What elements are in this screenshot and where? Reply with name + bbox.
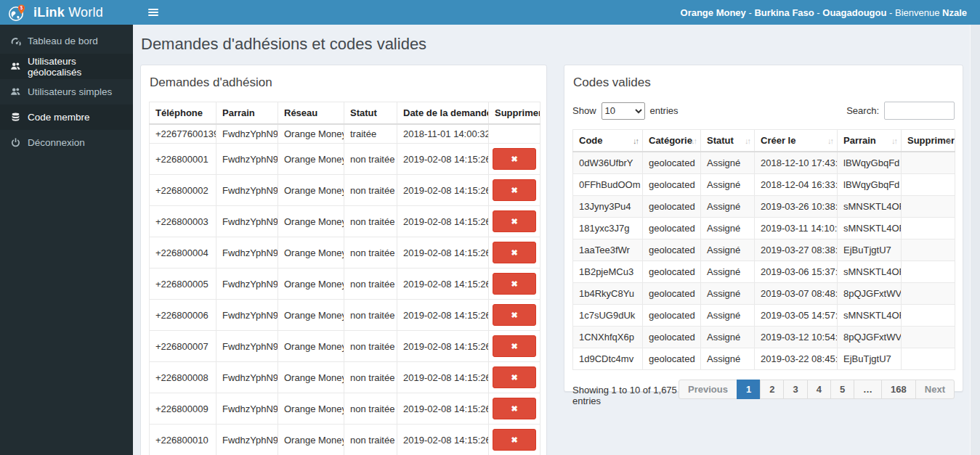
scrollbar[interactable] <box>970 25 980 455</box>
delete-button[interactable]: ✖ <box>493 148 536 170</box>
adhesions-column-header: Date de la demande <box>397 102 489 125</box>
page-button-2[interactable]: 2 <box>760 380 784 399</box>
parrain-cell: FwdhzYphN9 <box>216 300 278 331</box>
times-icon: ✖ <box>511 217 517 226</box>
statut-cell: Assigné <box>701 327 755 348</box>
column-label: Code <box>579 135 603 146</box>
sidebar-item-tableau-de-bord[interactable]: Tableau de bord <box>0 28 133 54</box>
creer-le-cell: 2019-03-06 15:37:34 <box>755 261 838 283</box>
sort-icon: ↓↑ <box>827 136 833 145</box>
search-label: Search: <box>846 105 879 116</box>
delete-cell: ✖ <box>489 331 540 362</box>
parrain-cell: FwdhzYphN9 <box>216 124 278 144</box>
page-button-3[interactable]: 3 <box>783 380 807 399</box>
delete-button[interactable]: ✖ <box>493 335 536 357</box>
page-button-previous[interactable]: Previous <box>679 380 737 399</box>
creer-le-cell: 2019-03-26 10:38:08 <box>755 196 838 218</box>
statut-cell: non traitée <box>344 237 397 269</box>
codes-panel: Codes valides Show 10 entries Search: Co… <box>564 65 963 392</box>
delete-button[interactable]: ✖ <box>493 210 536 232</box>
adhesions-header-row: TéléphoneParrainRéseauStatutDate de la d… <box>150 102 540 125</box>
statut-cell: non traitée <box>344 331 397 362</box>
codes-header-row: Code↓↑Catégorie↓↑Statut↓↑Créer le↓↑Parra… <box>573 130 955 152</box>
delete-button[interactable]: ✖ <box>493 304 536 326</box>
delete-cell: ✖ <box>489 393 540 425</box>
code-row: 0dW36UfbrYgeolocatedAssigné2018-12-10 17… <box>573 152 955 174</box>
adhesion-row: +226800009FwdhzYphN9Orange Moneynon trai… <box>150 393 540 425</box>
codes-column-header-statut[interactable]: Statut↓↑ <box>701 130 755 152</box>
delete-cell: ✖ <box>489 425 540 455</box>
reseau-cell: Orange Money <box>278 206 344 237</box>
delete-button[interactable]: ✖ <box>493 179 536 201</box>
parrain-cell: FwdhzYphN9 <box>216 393 278 425</box>
parrain-cell: EjBuTjgtU7 <box>838 239 902 261</box>
delete-button[interactable]: ✖ <box>493 429 536 451</box>
codes-column-header-parrain[interactable]: Parrain↓↑ <box>838 130 902 152</box>
delete-button[interactable]: ✖ <box>493 398 536 419</box>
brand[interactable]: $ iLink World <box>0 0 133 25</box>
statut-cell: non traitée <box>344 206 397 237</box>
categorie-cell: geolocated <box>643 239 701 261</box>
statut-cell: non traitée <box>344 362 397 393</box>
page-button-5[interactable]: 5 <box>830 380 854 399</box>
phone-cell: +226800001 <box>150 144 216 175</box>
date-cell: 2019-02-08 14:15:26 <box>397 362 489 393</box>
codes-column-header-cr-er-le[interactable]: Créer le↓↑ <box>755 130 838 152</box>
code-row: 1d9CDtc4mvgeolocatedAssigné2019-03-22 08… <box>573 348 955 370</box>
delete-button[interactable]: ✖ <box>493 273 536 295</box>
page-button-168[interactable]: 168 <box>881 380 916 399</box>
sidebar-item-utilisateurs-simples[interactable]: Utilisateurs simples <box>0 79 133 104</box>
page-size-select[interactable]: 10 <box>602 102 645 120</box>
sort-icon: ↓↑ <box>691 136 696 145</box>
code-cell: 1B2pjeMCu3 <box>573 261 643 283</box>
categorie-cell: geolocated <box>643 261 701 283</box>
hamburger-icon[interactable] <box>138 0 169 25</box>
sort-icon: ↓↑ <box>945 136 950 145</box>
country-name: Burkina Faso <box>754 7 814 18</box>
date-cell: 2019-02-08 14:15:26 <box>397 237 489 269</box>
delete-button[interactable]: ✖ <box>493 242 536 263</box>
page-size-control: Show 10 entries <box>572 102 679 120</box>
page-button--[interactable]: … <box>854 380 882 399</box>
codes-column-header-code[interactable]: Code↓↑ <box>573 130 643 152</box>
date-cell: 2019-02-08 14:15:26 <box>397 269 489 300</box>
sidebar-item-code-membre[interactable]: Code membre <box>0 104 133 130</box>
phone-cell: +226800007 <box>150 331 216 362</box>
phone-cell: +226800009 <box>150 393 216 425</box>
code-cell: 1c7sUG9dUk <box>573 305 643 327</box>
phone-cell: +226800002 <box>150 175 216 206</box>
statut-cell: Assigné <box>701 152 755 174</box>
categorie-cell: geolocated <box>643 196 701 218</box>
code-row: 1CNXhfqX6pgeolocatedAssigné2019-03-12 10… <box>573 327 955 348</box>
sidebar-item-deconnexion[interactable]: Déconnexion <box>0 130 133 155</box>
page-button-next[interactable]: Next <box>915 380 955 399</box>
statut-cell: non traitée <box>344 300 397 331</box>
code-cell: 1CNXhfqX6p <box>573 327 643 348</box>
sidebar: Tableau de bordUtilisateurs géolocalisés… <box>0 25 133 455</box>
page-button-4[interactable]: 4 <box>807 380 831 399</box>
code-cell: 1d9CDtc4mv <box>573 348 643 370</box>
creer-le-cell: 2018-12-10 17:43:11 <box>755 152 838 174</box>
phone-cell: +226800006 <box>150 300 216 331</box>
svg-text:$: $ <box>20 5 23 11</box>
sidebar-item-utilisateurs-geolocalises[interactable]: Utilisateurs géolocalisés <box>0 54 133 79</box>
supprimer-cell <box>902 239 955 261</box>
parrain-cell: FwdhzYphN9 <box>216 206 278 237</box>
page-button-1[interactable]: 1 <box>737 380 761 399</box>
codes-column-header-supprimer[interactable]: Supprimer↓↑ <box>902 130 955 152</box>
parrain-cell: 8pQJGFxtWV <box>838 283 902 305</box>
parrain-cell: FwdhzYphN9 <box>216 331 278 362</box>
supprimer-cell <box>902 283 955 305</box>
code-row: 1b4RkyC8YugeolocatedAssigné2019-03-07 08… <box>573 283 955 305</box>
creer-le-cell: 2019-03-05 14:57:46 <box>755 305 838 327</box>
code-cell: 13Jyny3Pu4 <box>573 196 643 218</box>
code-cell: 1b4RkyC8Yu <box>573 283 643 305</box>
categorie-cell: geolocated <box>643 152 701 174</box>
search-input[interactable] <box>884 102 955 120</box>
power-icon <box>10 137 21 148</box>
delete-button[interactable]: ✖ <box>493 366 536 388</box>
sidebar-item-label: Déconnexion <box>28 137 85 148</box>
date-cell: 2019-02-08 14:15:26 <box>397 300 489 331</box>
codes-column-header-cat-gorie[interactable]: Catégorie↓↑ <box>643 130 701 152</box>
statut-cell: Assigné <box>701 348 755 370</box>
